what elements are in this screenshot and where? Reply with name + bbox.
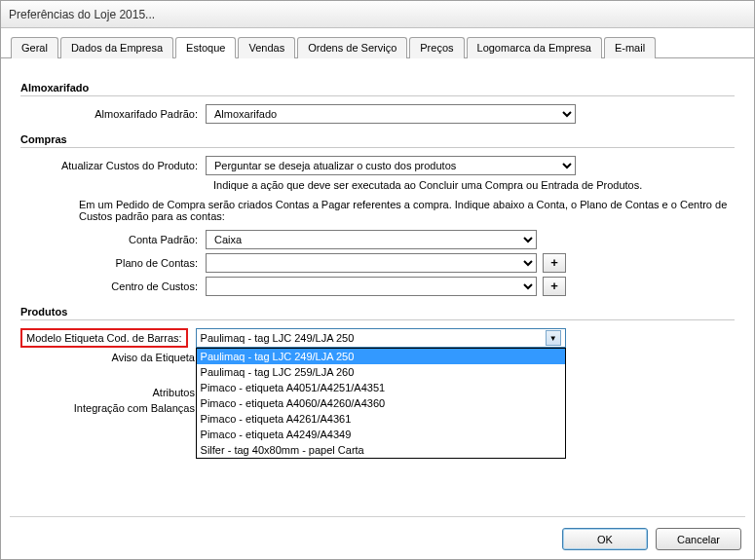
window-titlebar: Preferências do Loje 2015... — [1, 1, 754, 28]
tab-vendas[interactable]: Vendas — [238, 37, 295, 58]
modelo-etiqueta-label-highlight: Modelo Etiqueta Cod. de Barras: — [20, 328, 188, 348]
atributos-label: Atributos: — [20, 387, 206, 398]
centro-custos-select[interactable] — [206, 277, 537, 296]
window-title: Preferências do Loje 2015... — [9, 8, 155, 21]
centro-custos-add-button[interactable]: + — [543, 277, 566, 296]
section-almoxarifado-title: Almoxarifado — [20, 82, 735, 96]
dropdown-option[interactable]: Pimaco - etiqueta A4060/A4260/A4360 — [197, 395, 565, 411]
plano-contas-select[interactable] — [206, 253, 537, 273]
chevron-down-icon: ▼ — [546, 330, 561, 346]
tab-dados-empresa[interactable]: Dados da Empresa — [60, 37, 173, 58]
modelo-etiqueta-combo[interactable]: Paulimaq - tag LJC 249/LJA 250 ▼ — [196, 328, 566, 348]
tab-ordens-servico[interactable]: Ordens de Serviço — [297, 37, 407, 58]
tab-bar: Geral Dados da Empresa Estoque Vendas Or… — [1, 28, 754, 58]
modelo-etiqueta-dropdown[interactable]: Paulimaq - tag LJC 249/LJA 250 Paulimaq … — [196, 348, 566, 459]
modelo-etiqueta-label: Modelo Etiqueta Cod. de Barras: — [26, 332, 182, 344]
tab-email[interactable]: E-mail — [604, 37, 656, 58]
tab-geral[interactable]: Geral — [11, 37, 58, 58]
integracao-balancas-label: Integração com Balanças: — [20, 402, 206, 414]
atualizar-custos-select[interactable]: Perguntar se deseja atualizar o custo do… — [206, 156, 576, 175]
tab-precos[interactable]: Preços — [409, 37, 464, 58]
ok-button[interactable]: OK — [562, 528, 648, 550]
cancel-button[interactable]: Cancelar — [656, 528, 741, 550]
dropdown-option[interactable]: Pimaco - etiqueta A4249/A4349 — [197, 427, 565, 442]
plano-contas-add-button[interactable]: + — [543, 253, 566, 273]
dialog-button-bar: OK Cancelar — [562, 528, 741, 550]
footer-separator — [10, 516, 745, 517]
dropdown-option[interactable]: Pimaco - etiqueta A4261/A4361 — [197, 411, 565, 427]
atualizar-custos-label: Atualizar Custos do Produto: — [20, 160, 206, 171]
conta-padrao-select[interactable]: Caixa — [206, 230, 537, 249]
section-produtos-title: Produtos — [20, 306, 735, 320]
compras-help1: Indique a ação que deve ser executada ao… — [213, 179, 735, 191]
dropdown-option[interactable]: Paulimaq - tag LJC 249/LJA 250 — [197, 349, 565, 364]
tab-logomarca[interactable]: Logomarca da Empresa — [467, 37, 602, 58]
compras-help2: Em um Pedido de Compra serão criados Con… — [79, 199, 735, 222]
almoxarifado-padrao-label: Almoxarifado Padrão: — [20, 108, 206, 120]
tab-estoque[interactable]: Estoque — [175, 37, 236, 58]
conta-padrao-label: Conta Padrão: — [20, 234, 206, 245]
aviso-etiqueta-label: Aviso da Etiqueta: — [20, 352, 206, 363]
plano-contas-label: Plano de Contas: — [20, 257, 206, 269]
modelo-etiqueta-value: Paulimaq - tag LJC 249/LJA 250 — [201, 332, 355, 344]
centro-custos-label: Centro de Custos: — [20, 280, 206, 292]
section-compras-title: Compras — [20, 133, 735, 148]
dropdown-option[interactable]: Pimaco - etiqueta A4051/A4251/A4351 — [197, 380, 565, 395]
dropdown-option[interactable]: Silfer - tag 40x80mm - papel Carta — [197, 442, 565, 458]
almoxarifado-padrao-select[interactable]: Almoxarifado — [206, 104, 576, 124]
dropdown-option[interactable]: Paulimaq - tag LJC 259/LJA 260 — [197, 364, 565, 380]
tab-content: Almoxarifado Almoxarifado Padrão: Almoxa… — [1, 58, 754, 451]
